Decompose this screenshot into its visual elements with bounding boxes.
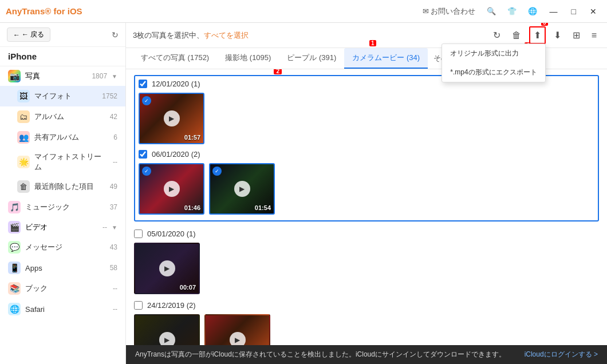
photos-count: 1807 [92, 72, 107, 80]
thumb-check-2: ✓ [142, 167, 151, 176]
photostream-count: -- [113, 158, 117, 166]
photo-content: 2 12/01/2020 (1) ▶ 01:57 ✓ 06/01/2020 (2… [126, 69, 607, 345]
apps-count: 58 [110, 264, 117, 272]
sidebar-item-label: 写真 [25, 71, 87, 81]
sidebar-item-messages[interactable]: 💬 メッセージ 43 [0, 237, 125, 258]
refresh-content-button[interactable]: ↻ [490, 27, 504, 43]
tab-camera-movies[interactable]: カメラムービー (34) 1 [344, 48, 428, 69]
export-option-mp4[interactable]: *.mp4の形式にエクスポート [442, 63, 545, 82]
titlebar-left: AnyTrans® for iOS [6, 6, 82, 16]
sidebar-item-safari[interactable]: 🌐 Safari -- [0, 299, 125, 319]
trash-icon: 🗑 [17, 180, 30, 193]
sidebar-item-photos[interactable]: 📷 写真 1807 ▼ [0, 66, 125, 86]
sidebar-item-albums[interactable]: 🗂 アルバム 42 [0, 106, 125, 127]
tab-location[interactable]: 撮影地 (1095) [217, 48, 279, 69]
date-checkbox-4[interactable] [134, 301, 143, 310]
close-button[interactable]: ✕ [585, 6, 601, 17]
export-button[interactable]: ⬆ 3 [529, 26, 546, 44]
date-group-4: 24/12/2019 (2) ▶ 01:50 ▶ 01:00 [134, 301, 599, 345]
sidebar: ← ← 戻る ↻ iPhone 📷 写真 1807 ▼ 🖼 マイフォト 1752… [0, 23, 126, 364]
titlebar: AnyTrans® for iOS ✉ お問い合わせ 🔍 👕 🌐 — □ ✕ [0, 0, 607, 23]
play-button-4[interactable]: ▶ [159, 260, 175, 276]
delete-button[interactable]: 🗑 [509, 28, 525, 43]
date-checkbox-1[interactable] [139, 80, 147, 88]
tshirt-button[interactable]: 👕 [504, 6, 520, 17]
duration-4: 00:07 [180, 284, 196, 291]
status-message: AnyTransは写真の一部がiCloudに保存されていることを検出しました。i… [135, 350, 506, 359]
annotation-label-3: 3 [541, 23, 548, 26]
apps-icon: 📱 [8, 262, 21, 274]
sidebar-item-video[interactable]: 🎬 ビデオ -- ▼ [0, 217, 125, 237]
app-name-part2: ® for iOS [45, 6, 82, 16]
import-button[interactable]: ⬇ [550, 27, 565, 43]
apps-label: Apps [25, 264, 105, 272]
play-button-5[interactable]: ▶ [159, 332, 175, 345]
refresh-content-icon: ↻ [493, 30, 500, 40]
photo-row-3: ▶ 00:07 [134, 243, 599, 294]
tab-people[interactable]: ピープル (391) [279, 48, 344, 69]
play-button-3[interactable]: ▶ [234, 181, 250, 197]
grid-view-button[interactable]: ⊞ [569, 27, 584, 43]
photo-thumb-3[interactable]: ▶ 01:54 ✓ [209, 163, 275, 215]
avatar-button[interactable]: 🌐 [525, 6, 541, 17]
photo-row-4: ▶ 01:50 ▶ 01:00 [134, 314, 599, 345]
photos-icon: 📷 [8, 70, 21, 82]
sidebar-header: ← ← 戻る ↻ [0, 23, 125, 47]
sidebar-item-photostream[interactable]: 🌟 マイフォトストリーム -- [0, 148, 125, 176]
date-label-4: 24/12/2019 (2) [147, 301, 196, 310]
date-checkbox-2[interactable] [139, 150, 147, 159]
annotation-label-2: 2 [274, 69, 282, 74]
sidebar-item-music[interactable]: 🎵 ミュージック 37 [0, 197, 125, 217]
select-all-link[interactable]: すべてを選択 [204, 31, 249, 39]
shared-albums-icon: 👥 [17, 131, 30, 144]
date-checkbox-3[interactable] [134, 230, 143, 238]
date-group-1: 2 12/01/2020 (1) ▶ 01:57 ✓ 06/01/2020 (2… [134, 75, 599, 221]
albums-count: 42 [110, 113, 117, 121]
refresh-button[interactable]: ↻ [112, 30, 119, 39]
content-area: 3枚の写真を選択中、すべてを選択 ↻ 🗑 ⬆ 3 オリジナル形式に出力 *.mp… [126, 23, 607, 364]
photostream-label: マイフォトストリーム [34, 152, 108, 172]
icloud-login-link[interactable]: iCloudにログインする > [525, 350, 598, 359]
expand-arrow-icon: ▼ [112, 73, 117, 80]
photo-thumb-5[interactable]: ▶ 01:50 [134, 314, 200, 345]
messages-label: メッセージ [25, 242, 105, 252]
photo-thumb-4[interactable]: ▶ 00:07 [134, 243, 200, 294]
sidebar-item-apps[interactable]: 📱 Apps 58 [0, 258, 125, 278]
export-option-original[interactable]: オリジナル形式に出力 [442, 44, 545, 63]
refresh-icon: ↻ [112, 30, 119, 39]
play-button-6[interactable]: ▶ [230, 332, 246, 345]
duration-3: 01:54 [255, 204, 271, 211]
video-count: -- [103, 223, 107, 231]
content-toolbar: 3枚の写真を選択中、すべてを選択 ↻ 🗑 ⬆ 3 オリジナル形式に出力 *.mp… [126, 23, 607, 48]
play-button-2[interactable]: ▶ [164, 181, 180, 197]
date-label-2: 06/01/2020 (2) [152, 150, 200, 159]
maximize-button[interactable]: □ [567, 6, 581, 17]
search-button[interactable]: 🔍 [483, 6, 499, 17]
photo-thumb-6[interactable]: ▶ 01:00 [204, 314, 270, 345]
video-expand-arrow-icon: ▼ [112, 224, 117, 231]
sidebar-item-recently-deleted[interactable]: 🗑 最近削除した項目 49 [0, 176, 125, 197]
recently-deleted-count: 49 [110, 183, 117, 191]
contact-button[interactable]: ✉ お問い合わせ [419, 5, 479, 18]
duration-2: 01:46 [184, 204, 200, 211]
play-button-1[interactable]: ▶ [164, 110, 180, 126]
sidebar-item-shared-albums[interactable]: 👥 共有アルバム 6 [0, 127, 125, 148]
back-arrow-icon: ← [13, 31, 20, 39]
delete-icon: 🗑 [512, 30, 521, 40]
photo-thumb-2[interactable]: ▶ 01:46 ✓ [139, 163, 204, 215]
tab-all-photos[interactable]: すべての写真 (1752) [133, 48, 217, 69]
photo-thumb-1[interactable]: ▶ 01:57 ✓ [139, 93, 204, 144]
photo-row-2: ▶ 01:46 ✓ ▶ 01:54 ✓ [139, 163, 594, 215]
list-view-button[interactable]: ≡ [588, 28, 600, 43]
export-dropdown: オリジナル形式に出力 *.mp4の形式にエクスポート [442, 43, 545, 82]
myphotos-icon: 🖼 [17, 90, 30, 102]
albums-icon: 🗂 [17, 110, 30, 123]
recently-deleted-label: 最近削除した項目 [34, 181, 105, 192]
minimize-button[interactable]: — [545, 6, 562, 17]
sidebar-item-books[interactable]: 📚 ブック -- [0, 278, 125, 299]
music-label: ミュージック [25, 202, 105, 212]
date-label-1: 12/01/2020 (1) [152, 80, 200, 88]
import-icon: ⬇ [554, 30, 561, 40]
sidebar-item-myphotos[interactable]: 🖼 マイフォト 1752 [0, 86, 125, 106]
back-button[interactable]: ← ← 戻る [7, 27, 50, 42]
